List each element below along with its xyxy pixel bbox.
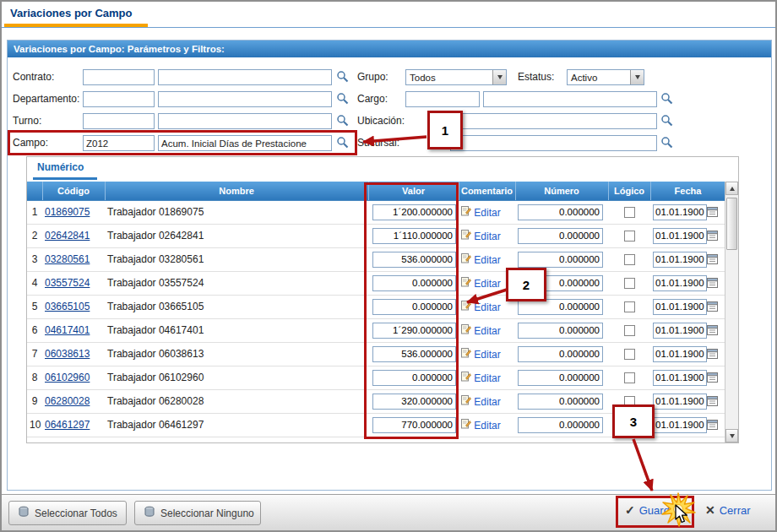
- valor-input[interactable]: [372, 394, 456, 410]
- codigo-link[interactable]: 03557524: [45, 277, 90, 289]
- calendar-icon[interactable]: [707, 350, 718, 361]
- calendar-icon[interactable]: [707, 231, 718, 243]
- tab-variaciones[interactable]: Variaciones por Campo: [10, 7, 133, 19]
- codigo-link[interactable]: 06102960: [45, 372, 90, 383]
- fecha-input[interactable]: [653, 323, 707, 339]
- sucursal-search-icon[interactable]: [660, 136, 673, 149]
- logico-checkbox[interactable]: [624, 301, 635, 312]
- codigo-link[interactable]: 04617401: [45, 324, 90, 336]
- numero-input[interactable]: [518, 204, 603, 220]
- select-none-button[interactable]: Seleccionar Ninguno: [134, 501, 261, 525]
- estatus-select[interactable]: Activo: [567, 69, 644, 85]
- codigo-link[interactable]: 06461297: [45, 419, 90, 431]
- turno-label: Turno:: [13, 113, 41, 129]
- calendar-icon[interactable]: [707, 326, 718, 338]
- numero-input[interactable]: [518, 228, 603, 244]
- fecha-input[interactable]: [653, 394, 707, 410]
- valor-input[interactable]: [372, 204, 456, 220]
- fecha-input[interactable]: [653, 370, 707, 386]
- calendar-icon[interactable]: [707, 397, 718, 409]
- campo-search-icon[interactable]: [336, 136, 349, 149]
- valor-input[interactable]: [372, 417, 456, 433]
- editar-link[interactable]: Editar: [474, 207, 500, 219]
- logico-checkbox[interactable]: [624, 372, 635, 383]
- select-all-button[interactable]: Seleccionar Todos: [8, 501, 127, 525]
- valor-input[interactable]: [372, 323, 456, 339]
- calendar-icon[interactable]: [707, 255, 718, 267]
- logico-checkbox[interactable]: [624, 349, 635, 360]
- cargo-search-icon[interactable]: [660, 92, 673, 106]
- valor-input[interactable]: [372, 299, 456, 315]
- codigo-link[interactable]: 02642841: [45, 230, 90, 242]
- editar-link[interactable]: Editar: [474, 349, 500, 361]
- numero-input[interactable]: [518, 394, 603, 410]
- logico-checkbox[interactable]: [624, 278, 635, 289]
- codigo-link[interactable]: 01869075: [45, 206, 90, 218]
- calendar-icon[interactable]: [707, 373, 718, 385]
- editar-link[interactable]: Editar: [474, 254, 500, 266]
- fecha-input[interactable]: [653, 346, 707, 362]
- valor-input[interactable]: [372, 346, 456, 362]
- cargo-code-input[interactable]: [405, 91, 480, 107]
- chevron-down-icon: [492, 70, 506, 84]
- fecha-input[interactable]: [653, 299, 707, 315]
- scroll-down-icon[interactable]: [725, 429, 738, 442]
- departamento-desc-input[interactable]: [158, 91, 332, 107]
- valor-input[interactable]: [372, 228, 456, 244]
- numero-input[interactable]: [518, 346, 603, 362]
- tab-numerico[interactable]: Numérico: [37, 161, 84, 173]
- fecha-input[interactable]: [653, 417, 707, 433]
- logico-checkbox[interactable]: [624, 325, 635, 336]
- turno-search-icon[interactable]: [336, 114, 349, 128]
- codigo-link[interactable]: 03665105: [45, 301, 90, 312]
- editar-link[interactable]: Editar: [474, 231, 500, 242]
- calendar-icon[interactable]: [707, 302, 718, 314]
- departamento-code-input[interactable]: [83, 91, 155, 107]
- valor-input[interactable]: [372, 252, 456, 268]
- editar-link[interactable]: Editar: [474, 396, 500, 408]
- ubicacion-input[interactable]: [450, 113, 657, 129]
- editar-link[interactable]: Editar: [474, 372, 500, 384]
- codigo-link[interactable]: 06280028: [45, 395, 90, 407]
- valor-input[interactable]: [372, 370, 456, 386]
- contrato-search-icon[interactable]: [336, 70, 349, 84]
- header-comentario: Comentario: [459, 182, 515, 200]
- numero-input[interactable]: [518, 370, 603, 386]
- editar-link[interactable]: Editar: [474, 301, 500, 313]
- logico-checkbox[interactable]: [624, 231, 635, 242]
- valor-input[interactable]: [372, 275, 456, 291]
- save-button[interactable]: ✓ Guardar: [625, 503, 679, 517]
- vertical-scrollbar[interactable]: [725, 182, 738, 442]
- contrato-desc-input[interactable]: [158, 69, 332, 85]
- campo-code-input[interactable]: [83, 135, 155, 151]
- numero-input[interactable]: [518, 417, 603, 433]
- numero-input[interactable]: [518, 323, 603, 339]
- editar-link[interactable]: Editar: [474, 325, 500, 337]
- fecha-input[interactable]: [653, 204, 707, 220]
- campo-desc-input[interactable]: [158, 135, 332, 151]
- logico-checkbox[interactable]: [624, 254, 635, 265]
- sucursal-input[interactable]: [450, 135, 657, 151]
- calendar-icon[interactable]: [707, 421, 718, 432]
- fecha-input[interactable]: [653, 275, 707, 291]
- scroll-up-icon[interactable]: [725, 182, 738, 195]
- editar-link[interactable]: Editar: [474, 420, 500, 432]
- scrollbar-thumb[interactable]: [726, 198, 737, 250]
- fecha-input[interactable]: [653, 228, 707, 244]
- ubicacion-search-icon[interactable]: [660, 114, 673, 128]
- numero-input[interactable]: [518, 252, 603, 268]
- editar-link[interactable]: Editar: [474, 278, 500, 290]
- cargo-desc-input[interactable]: [483, 91, 657, 107]
- turno-code-input[interactable]: [83, 113, 155, 129]
- logico-checkbox[interactable]: [624, 207, 635, 218]
- codigo-link[interactable]: 06038613: [45, 348, 90, 360]
- calendar-icon[interactable]: [707, 279, 718, 290]
- codigo-link[interactable]: 03280561: [45, 253, 90, 265]
- turno-desc-input[interactable]: [158, 113, 332, 129]
- departamento-search-icon[interactable]: [336, 92, 349, 106]
- calendar-icon[interactable]: [707, 208, 718, 220]
- fecha-input[interactable]: [653, 252, 707, 268]
- contrato-code-input[interactable]: [83, 69, 155, 85]
- grupo-select[interactable]: Todos: [405, 69, 507, 85]
- close-button[interactable]: ✕ Cerrar: [705, 503, 751, 517]
